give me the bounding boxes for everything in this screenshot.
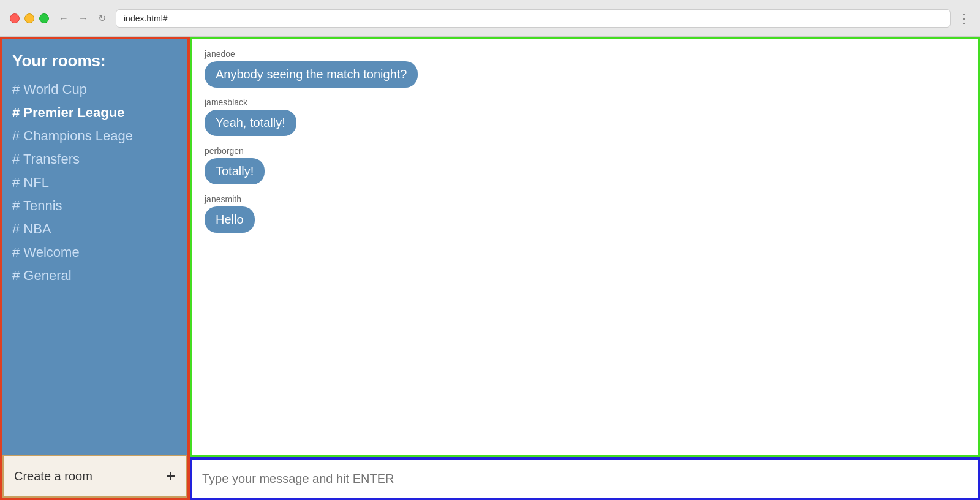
sidebar-item-premier-league[interactable]: # Premier League bbox=[12, 101, 178, 124]
sidebar-item-transfers[interactable]: # Transfers bbox=[12, 148, 178, 171]
message-username-2: perborgen bbox=[205, 146, 965, 156]
sidebar-item-nfl[interactable]: # NFL bbox=[12, 171, 178, 194]
message-bubble-3: Hello bbox=[205, 206, 255, 233]
back-button[interactable]: ← bbox=[56, 12, 71, 25]
message-group-2: perborgenTotally! bbox=[205, 146, 965, 184]
message-bubble-0: Anybody seeing the match tonight? bbox=[205, 61, 418, 88]
minimize-button[interactable] bbox=[24, 13, 34, 23]
create-room-label: Create a room bbox=[14, 469, 92, 483]
sidebar-item-welcome[interactable]: # Welcome bbox=[12, 241, 178, 264]
sidebar-rooms: Your rooms: # World Cup# Premier League#… bbox=[2, 39, 187, 455]
forward-button[interactable]: → bbox=[76, 12, 91, 25]
maximize-button[interactable] bbox=[39, 13, 49, 23]
message-username-3: janesmith bbox=[205, 194, 965, 204]
nav-buttons: ← → ↻ bbox=[56, 11, 108, 25]
main-area: janedoeAnybody seeing the match tonight?… bbox=[190, 37, 980, 500]
message-bubble-2: Totally! bbox=[205, 158, 265, 184]
menu-icon[interactable]: ⋮ bbox=[958, 11, 970, 26]
sidebar-item-tennis[interactable]: # Tennis bbox=[12, 194, 178, 218]
sidebar-item-general[interactable]: # General bbox=[12, 264, 178, 287]
message-username-1: jamesblack bbox=[205, 97, 965, 107]
message-username-0: janedoe bbox=[205, 49, 965, 59]
address-bar[interactable] bbox=[116, 9, 951, 28]
messages-list: janedoeAnybody seeing the match tonight?… bbox=[205, 49, 965, 233]
reload-button[interactable]: ↻ bbox=[96, 11, 108, 25]
sidebar-item-champions-leage[interactable]: # Champions Leage bbox=[12, 124, 178, 148]
sidebar: Your rooms: # World Cup# Premier League#… bbox=[0, 37, 190, 500]
app-container: Your rooms: # World Cup# Premier League#… bbox=[0, 37, 980, 500]
chat-input[interactable] bbox=[202, 472, 968, 486]
chat-input-area bbox=[190, 457, 980, 500]
close-button[interactable] bbox=[10, 13, 20, 23]
traffic-lights bbox=[10, 13, 49, 23]
sidebar-title: Your rooms: bbox=[12, 51, 178, 70]
message-group-0: janedoeAnybody seeing the match tonight? bbox=[205, 49, 965, 88]
message-bubble-1: Yeah, totally! bbox=[205, 110, 296, 136]
sidebar-item-world-cup[interactable]: # World Cup bbox=[12, 78, 178, 101]
create-room-footer[interactable]: Create a room + bbox=[2, 455, 187, 498]
sidebar-item-nba[interactable]: # NBA bbox=[12, 218, 178, 241]
chat-messages: janedoeAnybody seeing the match tonight?… bbox=[190, 37, 980, 457]
message-group-1: jamesblackYeah, totally! bbox=[205, 97, 965, 136]
message-group-3: janesmithHello bbox=[205, 194, 965, 233]
browser-chrome: ← → ↻ ⋮ bbox=[0, 0, 980, 37]
create-room-plus-icon[interactable]: + bbox=[166, 466, 176, 486]
rooms-list: # World Cup# Premier League# Champions L… bbox=[12, 78, 178, 287]
